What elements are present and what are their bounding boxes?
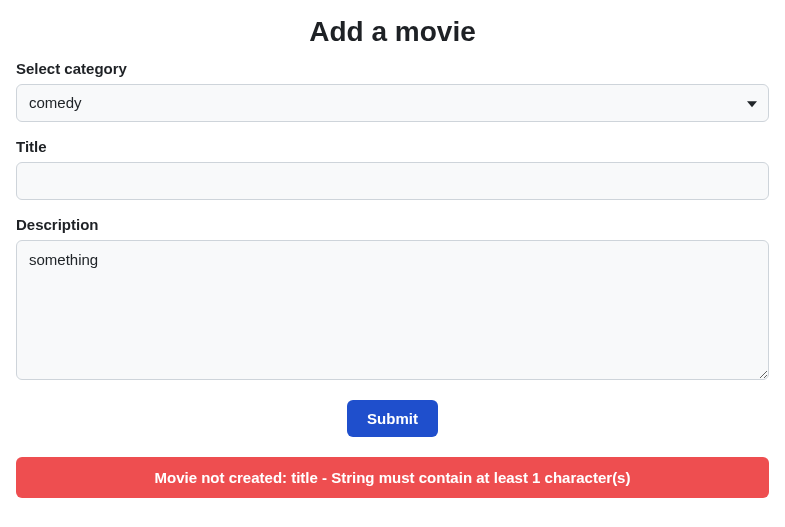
title-group: Title [16,138,769,200]
add-movie-form: Select category comedy Title Description… [16,60,769,437]
description-label: Description [16,216,769,233]
category-label: Select category [16,60,769,77]
title-label: Title [16,138,769,155]
submit-button[interactable]: Submit [347,400,438,437]
submit-row: Submit [16,400,769,437]
description-group: Description something [16,216,769,384]
title-input[interactable] [16,162,769,200]
error-alert: Movie not created: title - String must c… [16,457,769,498]
page-title: Add a movie [16,16,769,48]
category-group: Select category comedy [16,60,769,122]
description-textarea[interactable]: something [16,240,769,380]
category-select[interactable]: comedy [16,84,769,122]
category-select-wrapper: comedy [16,84,769,122]
